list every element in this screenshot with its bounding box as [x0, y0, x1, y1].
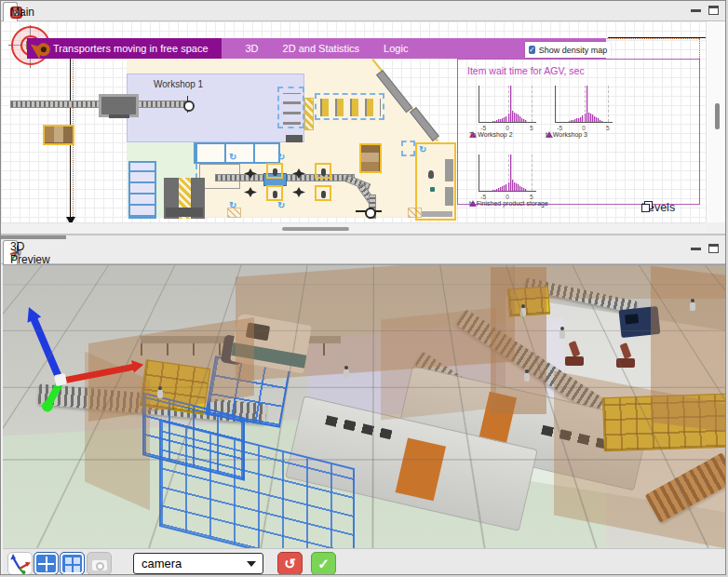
- legend-label: to Finished product storage: [469, 200, 548, 207]
- robot-icon: [292, 187, 305, 197]
- 3d-worker: [524, 369, 530, 382]
- gridline: [532, 86, 533, 122]
- navigation-axes-button[interactable]: [7, 552, 33, 575]
- 3d-worker: [559, 327, 565, 339]
- histogram-to-workshop-3: -505 to Workshop 3: [542, 84, 616, 145]
- legend-label: To Workshop 2: [469, 131, 513, 138]
- hatched-patch: [227, 208, 241, 218]
- 3d-worker: [344, 366, 349, 378]
- statistics-panel: Item wait time for AGV, sec -505 To Work…: [457, 59, 700, 205]
- histogram-plot: [479, 86, 536, 123]
- conveyor-endpoint: [182, 96, 195, 113]
- 3d-toolbar: camera ↺ ✓: [3, 548, 725, 575]
- pallet-boxes: [359, 143, 382, 173]
- 3d-robot-arm: [613, 343, 640, 369]
- density-map-control: ✓ Show density map: [525, 42, 611, 58]
- split-view-button[interactable]: [34, 552, 59, 575]
- 3d-preview-panel: 3D Preview ✕: [1, 235, 726, 575]
- pallet-rack-horizontal: [194, 142, 280, 164]
- conveyor-endpoint: [356, 207, 382, 216]
- tab-main[interactable]: Main ✕: [3, 2, 18, 21]
- reset-view-button[interactable]: ↺: [277, 552, 303, 575]
- histogram-plot: [479, 154, 536, 192]
- x-tick: 5: [606, 125, 610, 131]
- worker-figure: [428, 170, 434, 179]
- hatched-strip: [304, 98, 314, 130]
- minimize-icon[interactable]: [691, 248, 701, 250]
- camera-snapshot-button[interactable]: [87, 552, 112, 575]
- density-checkbox-label: Show density map: [539, 46, 608, 55]
- vertical-scrollbar[interactable]: [706, 21, 726, 222]
- x-axis-line: [608, 37, 706, 38]
- levels-icon: [641, 204, 650, 212]
- rotate-icon: ↻: [229, 152, 236, 162]
- preview-tab-strip: 3D Preview ✕: [1, 235, 726, 264]
- shelf: [445, 159, 453, 181]
- view-tab-2d-statistics[interactable]: 2D and Statistics: [283, 43, 360, 54]
- robot-icon: [292, 168, 305, 179]
- quad-view-button[interactable]: [60, 552, 85, 575]
- hist-bar: [601, 121, 603, 122]
- operator-cell: [315, 185, 331, 201]
- vertical-scrollbar-thumb[interactable]: [715, 103, 720, 129]
- workshop-1-label: Workshop 1: [154, 79, 203, 89]
- main-tab-strip: Main ✕: [1, 1, 726, 21]
- legend-label: to Workshop 3: [546, 131, 587, 138]
- equipment-dot: [430, 187, 435, 192]
- view-tab-logic[interactable]: Logic: [384, 43, 408, 54]
- processing-station-2: ↻ ↻: [292, 163, 333, 202]
- levels-control[interactable]: Levels: [641, 201, 675, 214]
- robot-icon: [244, 187, 257, 197]
- histogram-to-finished-storage: -505 to Finished product storage: [465, 153, 540, 214]
- close-icon[interactable]: ✕: [13, 248, 20, 258]
- maximize-icon[interactable]: [708, 6, 719, 15]
- 3d-wall: [381, 307, 496, 420]
- operator-cell: [266, 163, 283, 179]
- view-tab-transporters[interactable]: Transporters moving in free space: [27, 38, 222, 59]
- machine-hatched: [164, 178, 205, 219]
- conveyor-segment: [421, 211, 452, 217]
- splitter-handle[interactable]: [1, 235, 66, 239]
- rotate-icon: ↻: [277, 152, 285, 162]
- horizontal-scrollbar[interactable]: [1, 222, 706, 234]
- tab-3d-preview[interactable]: 3D Preview ✕: [3, 240, 18, 264]
- hist-bar: [525, 189, 527, 191]
- 3d-robot-arm: [561, 342, 589, 368]
- maximize-icon[interactable]: [708, 244, 719, 253]
- application-window: Main ✕ Workshop 1 Transporters moving in…: [0, 0, 726, 575]
- operator-cell: [266, 185, 283, 201]
- view-tab-3d[interactable]: 3D: [246, 43, 259, 54]
- histogram-plot: [555, 86, 613, 123]
- machine-workshop1: [99, 94, 139, 117]
- close-icon[interactable]: ✕: [13, 7, 20, 18]
- selection-square: [401, 141, 415, 156]
- x-tick: 5: [530, 125, 533, 131]
- pallet-boxes: [43, 125, 74, 145]
- camera-select[interactable]: camera: [133, 553, 263, 574]
- 3d-worker: [520, 304, 526, 316]
- horizontal-scrollbar-thumb[interactable]: [282, 227, 349, 231]
- 3d-worker: [157, 386, 163, 398]
- camera-select-wrapper: camera: [133, 553, 263, 574]
- histogram-to-workshop-2: -505 To Workshop 2: [465, 84, 540, 145]
- hatched-patch: [408, 208, 422, 218]
- hist-bar: [525, 120, 527, 122]
- chart-title: Item wait time for AGV, sec: [467, 65, 585, 76]
- minimize-icon[interactable]: [691, 9, 701, 12]
- gridline: [532, 154, 533, 191]
- density-checkbox[interactable]: ✓: [529, 46, 535, 54]
- model-canvas-2d[interactable]: Workshop 1 Transporters moving in free s…: [1, 21, 706, 222]
- processing-station-1: ↻ ↻: [244, 163, 285, 202]
- robot-icon: [244, 168, 257, 179]
- apply-button[interactable]: ✓: [311, 552, 336, 575]
- 3d-viewport[interactable]: [3, 264, 725, 548]
- rotate-icon: ↻: [419, 144, 426, 154]
- small-machine: [286, 135, 303, 142]
- 3d-worker: [690, 299, 695, 311]
- gizmo-origin: [54, 373, 67, 386]
- pallet-rack-vertical: [128, 161, 156, 219]
- view-switch-banner: Transporters moving in free space 3D 2D …: [27, 38, 606, 59]
- gridline: [608, 86, 609, 122]
- workstation-group-selected: [277, 87, 304, 128]
- rotate-icon: ↻: [277, 200, 285, 210]
